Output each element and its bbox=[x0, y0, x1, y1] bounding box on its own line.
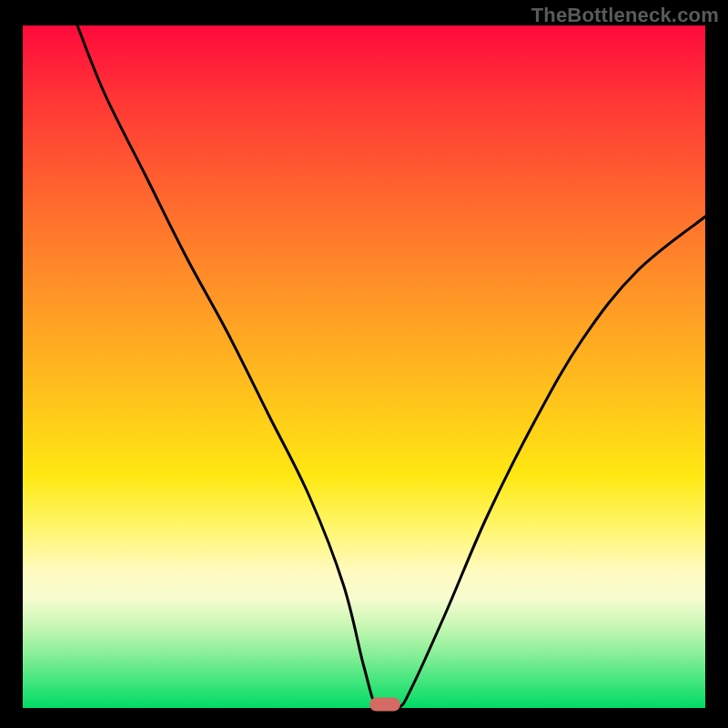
bottleneck-curve bbox=[23, 25, 705, 708]
watermark-text: TheBottleneck.com bbox=[531, 4, 719, 27]
plot-area bbox=[23, 25, 705, 708]
chart-frame: TheBottleneck.com bbox=[0, 0, 728, 728]
minimum-marker bbox=[369, 698, 400, 712]
